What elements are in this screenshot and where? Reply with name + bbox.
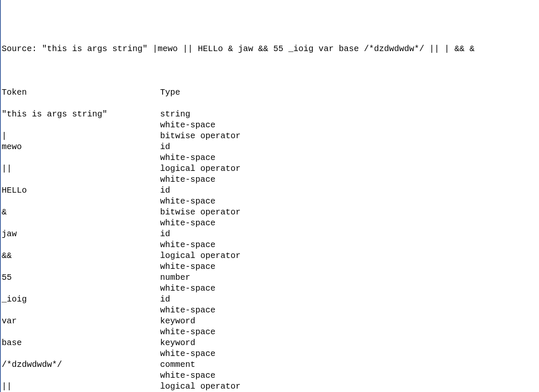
type-cell: bitwise operator (160, 131, 539, 142)
type-cell: string (160, 109, 539, 120)
table-row: basekeyword (1, 338, 539, 348)
table-row: mewoid (1, 142, 539, 152)
table-row: /*dzdwdwdw*/comment (1, 359, 539, 370)
token-cell (1, 348, 160, 359)
token-cell (1, 283, 160, 294)
token-cell (1, 218, 160, 229)
table-row: ||logical operator (1, 381, 539, 392)
type-cell: keyword (160, 338, 539, 348)
token-cell (1, 305, 160, 316)
type-cell: id (160, 294, 539, 305)
type-cell: white-space (160, 305, 539, 316)
table-row: white-space (1, 196, 539, 207)
table-row: |bitwise operator (1, 131, 539, 142)
table-row: white-space (1, 283, 539, 294)
type-cell: comment (160, 359, 539, 370)
token-cell (1, 196, 160, 207)
token-cell: & (1, 207, 160, 218)
type-cell: id (160, 185, 539, 196)
type-cell: white-space (160, 283, 539, 294)
table-row: _ioigid (1, 294, 539, 305)
type-cell: white-space (160, 174, 539, 185)
table-row: white-space (1, 305, 539, 316)
source-prefix: Source: (2, 44, 42, 54)
table-row: white-space (1, 240, 539, 250)
type-cell: id (160, 229, 539, 240)
table-row: white-space (1, 261, 539, 272)
table-row: 55number (1, 272, 539, 283)
token-cell: HELLo (1, 185, 160, 196)
token-cell: | (1, 131, 160, 142)
table-row: white-space (1, 218, 539, 229)
type-cell: white-space (160, 261, 539, 272)
table-row: ||logical operator (1, 163, 539, 174)
blank-line (1, 65, 539, 76)
type-cell: white-space (160, 196, 539, 207)
type-cell: id (160, 142, 539, 152)
token-cell (1, 120, 160, 131)
type-cell: white-space (160, 120, 539, 131)
table-row: white-space (1, 370, 539, 381)
token-cell (1, 327, 160, 338)
token-cell (1, 370, 160, 381)
token-table-body: "this is args string"stringwhite-space|b… (1, 109, 539, 392)
type-cell: white-space (160, 327, 539, 338)
token-cell: || (1, 163, 160, 174)
table-row: white-space (1, 152, 539, 163)
table-row: white-space (1, 174, 539, 185)
token-cell: /*dzdwdwdw*/ (1, 359, 160, 370)
token-cell: var (1, 316, 160, 327)
type-cell: bitwise operator (160, 207, 539, 218)
source-line: Source: "this is args string" |mewo || H… (1, 44, 539, 54)
table-row: white-space (1, 120, 539, 131)
type-cell: number (160, 272, 539, 283)
source-text: "this is args string" |mewo || HELLo & j… (42, 44, 474, 54)
table-row: &&logical operator (1, 250, 539, 261)
type-cell: white-space (160, 370, 539, 381)
token-cell: _ioig (1, 294, 160, 305)
type-cell: logical operator (160, 250, 539, 261)
type-cell: logical operator (160, 163, 539, 174)
token-cell: || (1, 381, 160, 392)
table-row: jawid (1, 229, 539, 240)
token-cell (1, 240, 160, 250)
type-cell: white-space (160, 240, 539, 250)
type-cell: logical operator (160, 381, 539, 392)
type-cell: white-space (160, 348, 539, 359)
table-row: &bitwise operator (1, 207, 539, 218)
token-cell: mewo (1, 142, 160, 152)
header-token: Token (1, 87, 160, 98)
table-row: white-space (1, 348, 539, 359)
table-row: HELLoid (1, 185, 539, 196)
token-cell: && (1, 250, 160, 261)
token-cell: jaw (1, 229, 160, 240)
token-cell (1, 261, 160, 272)
token-cell: base (1, 338, 160, 348)
token-cell: "this is args string" (1, 109, 160, 120)
token-cell: 55 (1, 272, 160, 283)
type-cell: white-space (160, 218, 539, 229)
header-type: Type (160, 87, 539, 98)
table-row: varkeyword (1, 316, 539, 327)
table-row: "this is args string"string (1, 109, 539, 120)
table-row: white-space (1, 327, 539, 338)
header-row: Token Type (1, 87, 539, 98)
token-cell (1, 174, 160, 185)
type-cell: keyword (160, 316, 539, 327)
token-cell (1, 152, 160, 163)
type-cell: white-space (160, 152, 539, 163)
